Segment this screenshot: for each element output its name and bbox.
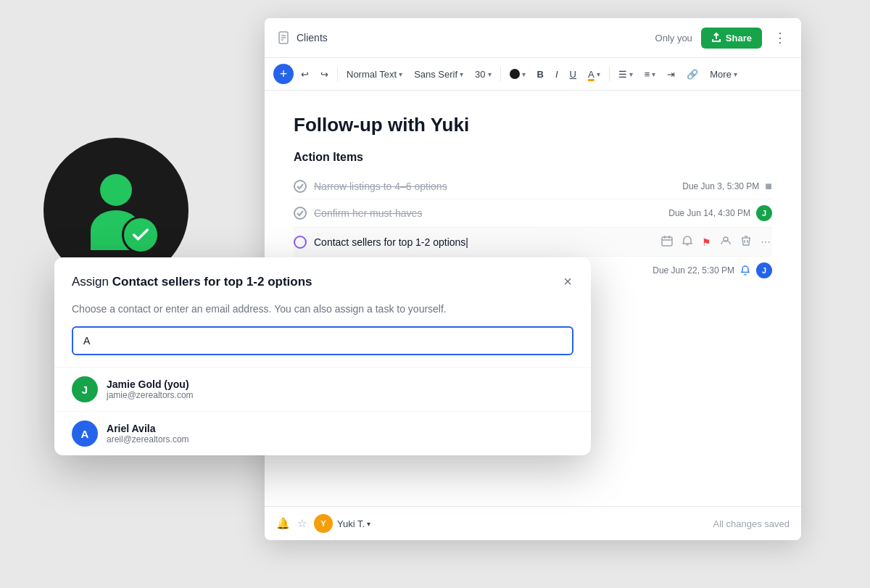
color-picker-button[interactable]: ▾ bbox=[505, 66, 530, 82]
avatar-person bbox=[80, 174, 152, 247]
task-text: Narrow listings to 4–6 options bbox=[314, 181, 675, 192]
contact-name: Ariel Avila bbox=[107, 423, 189, 434]
task-due-date: Due Jun 22, 5:30 PM bbox=[652, 265, 734, 276]
task-flag-icon[interactable]: ⚑ bbox=[700, 235, 713, 249]
bullet-list-button[interactable]: ☰ ▾ bbox=[614, 66, 637, 83]
chevron-down-icon: ▾ bbox=[460, 70, 463, 78]
toolbar-divider-1 bbox=[337, 67, 338, 81]
modal-title: Assign Contact sellers for top 1-2 optio… bbox=[72, 275, 312, 289]
task-actions: ⚑ bbox=[660, 233, 772, 250]
toolbar-divider-3 bbox=[609, 67, 610, 81]
text-style-dropdown[interactable]: Normal Text ▾ bbox=[342, 66, 407, 83]
task-meta: Due Jun 3, 5:30 PM ■ bbox=[682, 180, 772, 193]
footer-user-display: Y Yuki T. ▾ bbox=[314, 514, 370, 533]
user-dropdown-button[interactable]: Yuki T. ▾ bbox=[337, 518, 370, 529]
toolbar-divider-2 bbox=[500, 67, 501, 81]
editor-toolbar: + ↩ ↪ Normal Text ▾ Sans Serif ▾ 30 ▾ ▾ … bbox=[265, 58, 801, 91]
numbered-list-button[interactable]: ≡ ▾ bbox=[640, 66, 660, 83]
task-dot-indicator: ■ bbox=[765, 180, 772, 193]
contact-info: Ariel Avila areil@zerealtors.com bbox=[107, 423, 189, 444]
modal-close-button[interactable]: × bbox=[562, 272, 573, 291]
task-text: Confirm her must-haves bbox=[314, 207, 661, 219]
svg-rect-4 bbox=[662, 237, 672, 246]
chevron-down-icon: ▾ bbox=[488, 70, 492, 78]
add-button[interactable]: + bbox=[273, 64, 294, 84]
search-container bbox=[54, 326, 591, 367]
document-heading: Follow-up with Yuki bbox=[294, 114, 772, 136]
contact-info: Jamie Gold (you) jamie@zerealtors.com bbox=[107, 378, 194, 400]
chevron-down-icon: ▾ bbox=[522, 70, 526, 78]
task-item: Narrow listings to 4–6 options Due Jun 3… bbox=[294, 174, 772, 199]
task-bell-icon[interactable] bbox=[680, 233, 695, 250]
task-assign-icon[interactable] bbox=[718, 233, 733, 250]
star-button[interactable]: ☆ bbox=[297, 517, 307, 530]
share-button[interactable]: Share bbox=[701, 28, 762, 49]
contact-avatar: A bbox=[72, 421, 98, 447]
contact-name: Jamie Gold (you) bbox=[107, 378, 194, 390]
topbar-left: Clients bbox=[276, 30, 328, 45]
task-check-done[interactable] bbox=[294, 180, 307, 193]
chevron-down-icon: ▾ bbox=[597, 70, 600, 78]
visibility-label: Only you bbox=[655, 33, 692, 44]
notification-bell-button[interactable]: 🔔 bbox=[276, 517, 290, 530]
color-dot bbox=[510, 69, 520, 79]
document-icon bbox=[276, 30, 291, 45]
topbar-right: Only you Share ⋮ bbox=[655, 27, 790, 49]
assignee-avatar: J bbox=[756, 262, 772, 278]
task-meta: Due Jun 14, 4:30 PM J bbox=[668, 205, 772, 221]
editor-topbar: Clients Only you Share ⋮ bbox=[265, 18, 801, 58]
chevron-down-icon: ▾ bbox=[629, 70, 633, 78]
bell-icon bbox=[740, 265, 750, 276]
chevron-down-icon: ▾ bbox=[734, 70, 737, 78]
highlight-button[interactable]: A ▾ bbox=[584, 66, 605, 83]
contact-list: J Jamie Gold (you) jamie@zerealtors.com … bbox=[54, 367, 591, 455]
task-calendar-icon[interactable] bbox=[660, 233, 674, 250]
indent-button[interactable]: ⇥ bbox=[663, 66, 679, 83]
editor-footer: 🔔 ☆ Y Yuki T. ▾ All changes saved bbox=[265, 506, 801, 540]
task-due-date: Due Jun 14, 4:30 PM bbox=[668, 208, 750, 218]
user-avatar-small: Y bbox=[314, 514, 333, 533]
task-meta: Due Jun 22, 5:30 PM J bbox=[652, 262, 772, 278]
more-toolbar-button[interactable]: More ▾ bbox=[705, 66, 742, 83]
modal-subtitle: Choose a contact or enter an email addre… bbox=[54, 303, 591, 326]
task-item: Confirm her must-haves Due Jun 14, 4:30 … bbox=[294, 199, 772, 228]
task-check-pending[interactable] bbox=[294, 236, 307, 249]
checkmark-badge bbox=[122, 216, 160, 254]
avatar-head bbox=[100, 174, 132, 206]
bold-button[interactable]: B bbox=[533, 66, 548, 83]
contact-email: areil@zerealtors.com bbox=[107, 434, 189, 444]
document-title: Clients bbox=[297, 32, 328, 44]
contact-avatar: J bbox=[72, 376, 98, 402]
chevron-down-icon: ▾ bbox=[367, 520, 370, 528]
contact-item[interactable]: J Jamie Gold (you) jamie@zerealtors.com bbox=[54, 367, 591, 411]
task-due-date: Due Jun 3, 5:30 PM bbox=[682, 181, 759, 191]
task-delete-icon[interactable] bbox=[739, 233, 753, 250]
task-more-icon[interactable]: ⋯ bbox=[759, 235, 772, 249]
size-dropdown[interactable]: 30 ▾ bbox=[471, 66, 495, 83]
modal-header: Assign Contact sellers for top 1-2 optio… bbox=[54, 257, 591, 303]
section-title: Action Items bbox=[294, 151, 772, 164]
task-check-done[interactable] bbox=[294, 207, 307, 220]
italic-button[interactable]: I bbox=[551, 66, 563, 83]
task-item-active: Contact sellers for top 1-2 options| bbox=[294, 228, 772, 257]
contact-item[interactable]: A Ariel Avila areil@zerealtors.com bbox=[54, 411, 591, 455]
chevron-down-icon: ▾ bbox=[399, 70, 402, 78]
contact-email: jamie@zerealtors.com bbox=[107, 390, 194, 400]
chevron-down-icon: ▾ bbox=[652, 70, 655, 78]
underline-button[interactable]: U bbox=[566, 66, 581, 83]
font-dropdown[interactable]: Sans Serif ▾ bbox=[410, 66, 468, 83]
assignee-avatar: J bbox=[756, 205, 772, 221]
link-button[interactable]: 🔗 bbox=[682, 66, 703, 83]
footer-left: 🔔 ☆ Y Yuki T. ▾ bbox=[276, 514, 370, 533]
more-options-button[interactable]: ⋮ bbox=[771, 27, 790, 49]
contact-search-input[interactable] bbox=[72, 326, 573, 355]
task-text: Contact sellers for top 1-2 options| bbox=[314, 236, 652, 248]
undo-button[interactable]: ↩ bbox=[297, 66, 313, 83]
save-status: All changes saved bbox=[713, 518, 790, 529]
assign-modal: Assign Contact sellers for top 1-2 optio… bbox=[54, 257, 591, 455]
redo-button[interactable]: ↪ bbox=[316, 66, 333, 83]
